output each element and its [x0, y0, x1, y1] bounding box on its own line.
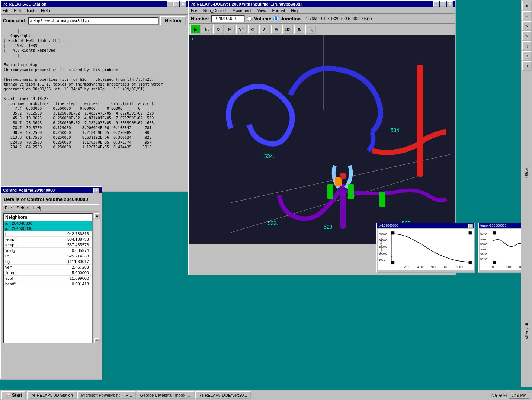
- station-menu-help[interactable]: Help: [41, 8, 50, 13]
- data-value: 0.001418: [31, 282, 90, 286]
- graph1-svg: 2500 0 2000 0 1500 0 1000 0 500 0 0 20.0…: [378, 229, 474, 270]
- svg-text:80.0: 80.0: [444, 265, 449, 269]
- console-text: | Copyright | | Bechtel BwXT Idaho, LLC …: [4, 29, 185, 150]
- data-row: uf525.714233: [4, 253, 92, 259]
- data-value: 5.000000: [31, 271, 90, 275]
- svg-rect-7: [348, 184, 354, 199]
- cv-menu-help[interactable]: Help: [33, 205, 43, 211]
- station-menu-file[interactable]: File: [2, 8, 9, 13]
- data-row: tempg537.465576: [4, 242, 92, 248]
- office-btn-1[interactable]: ■: [522, 1, 532, 10]
- station-menu-edit[interactable]: Edit: [14, 8, 22, 13]
- doe-titlebar: 7é RELAP5-DOE/Ver:2000 with input file: …: [189, 1, 455, 7]
- data-value: 537.465576: [31, 243, 90, 247]
- scrollbar-up[interactable]: ▲: [94, 213, 100, 218]
- junction-radio[interactable]: [273, 16, 278, 21]
- data-row: ug1111.80017: [4, 259, 92, 265]
- cv-title: Control Volume 204040000: [3, 188, 55, 192]
- doe-minimize-btn[interactable]: _: [433, 1, 439, 7]
- graph2-title: tempf-108060000: [480, 224, 507, 228]
- toolbar-btn-cross[interactable]: ✗: [259, 25, 270, 34]
- station-maximize-btn[interactable]: □: [173, 1, 179, 7]
- number-input[interactable]: [211, 15, 245, 22]
- office-btn-6[interactable]: R: [522, 51, 532, 61]
- viewport: time: 8.700000E+01 s paused: [189, 35, 455, 244]
- scrollbar-down[interactable]: ▼: [94, 338, 100, 343]
- doe-menu-runcontrol[interactable]: Run_Control: [203, 8, 227, 13]
- office-btn-5[interactable]: Q: [522, 41, 532, 51]
- neighbor-row-2[interactable]: jun 204030000: [4, 226, 92, 231]
- svg-text:534.: 534.: [391, 127, 401, 133]
- graph1-close-btn[interactable]: ✕: [468, 224, 473, 228]
- sys-icons: N⊕ ⊙ ◎: [491, 393, 507, 398]
- svg-text:40.0: 40.0: [417, 265, 423, 269]
- svg-rect-54: [493, 231, 496, 234]
- cv-titlebar: Control Volume 204040000 ✕: [1, 187, 102, 193]
- toolbar-btn-rotate[interactable]: ↺: [213, 25, 224, 34]
- toolbar-btn-settings[interactable]: ⊗: [248, 25, 258, 34]
- station-minimize-btn[interactable]: _: [167, 1, 173, 7]
- command-input[interactable]: [28, 17, 159, 25]
- station-titlebar: 7é RELAP5-3D Station _ □ ✕: [1, 1, 188, 7]
- station-menu-tools[interactable]: Tools: [26, 8, 36, 13]
- neighbor-row-1[interactable]: jun 204040000: [4, 221, 92, 226]
- graph1-content: 2500 0 2000 0 1500 0 1000 0 500 0 0 20.0…: [378, 229, 474, 270]
- doe-menu-movement[interactable]: Movement: [233, 8, 251, 13]
- doe-title-buttons: _ □ ✕: [433, 1, 453, 7]
- office-btn-3[interactable]: W: [522, 21, 532, 31]
- data-key: velf: [5, 265, 31, 269]
- taskbar-item-doe[interactable]: 7é RELAP5-DOE/Ver:20...: [195, 391, 251, 399]
- volume-radio[interactable]: [247, 16, 252, 21]
- toolbar-btn-go[interactable]: ▶: [190, 25, 201, 34]
- svg-text:542 0: 542 0: [480, 233, 487, 236]
- data-row: p942.736816: [4, 231, 92, 237]
- toolbar-btn-trip[interactable]: Trp: [202, 25, 212, 34]
- console-output: | Copyright | | Bechtel BwXT Idaho, LLC …: [1, 27, 188, 163]
- taskbar-item-ppt[interactable]: Microsoft PowerPoint - [IR...: [77, 391, 136, 399]
- office-btn-2[interactable]: □: [522, 11, 532, 20]
- taskbar-clock: 3:49 PM: [509, 392, 529, 399]
- history-button[interactable]: History: [160, 16, 186, 25]
- data-row: tempf534.138733: [4, 237, 92, 242]
- ms-sidebar: Microsoft: [521, 275, 532, 387]
- doe-menu-format[interactable]: Format: [272, 8, 285, 13]
- data-value: 2.467283: [31, 265, 90, 269]
- volume-label: Volume: [254, 16, 271, 22]
- cv-menu-file[interactable]: File: [5, 205, 12, 211]
- taskbar-item-inbox[interactable]: George L Mesina - Inbox -...: [137, 391, 195, 399]
- data-row: floreg5.000000: [4, 270, 92, 276]
- svg-text:529.: 529.: [324, 224, 334, 230]
- toolbar-btn-grid[interactable]: ⊞: [225, 25, 235, 34]
- data-row: betaff0.001418: [4, 281, 92, 287]
- station-close-btn[interactable]: ✕: [180, 1, 186, 7]
- svg-text:0: 0: [492, 265, 494, 269]
- doe-close-btn[interactable]: ✕: [447, 1, 453, 7]
- toolbar-btn-v[interactable]: V?: [236, 25, 247, 34]
- office-btn-7[interactable]: B: [522, 61, 532, 71]
- cv-menu-select[interactable]: Select: [16, 205, 29, 211]
- data-row: velf2.467283: [4, 265, 92, 270]
- data-value: 525.714233: [31, 254, 90, 258]
- cv-title-buttons: ✕: [93, 188, 99, 193]
- toolbar-btn-zoom[interactable]: 🔍: [305, 25, 316, 34]
- svg-text:532 0: 532 0: [480, 257, 487, 261]
- svg-text:533.: 533.: [268, 220, 278, 226]
- svg-rect-38: [469, 261, 472, 264]
- toolbar-btn-3d[interactable]: 3DI: [282, 25, 293, 34]
- start-button[interactable]: 🪟 Start: [1, 391, 26, 399]
- taskbar-item-station[interactable]: 7é RELAP5-3D Station: [27, 391, 77, 399]
- doe-menu-help[interactable]: Help: [291, 8, 299, 13]
- toolbar-btn-text[interactable]: A: [294, 25, 304, 34]
- svg-rect-8: [379, 192, 385, 207]
- doe-maximize-btn[interactable]: □: [440, 1, 446, 7]
- coordinates: 1.765E+01 7.132E+00 5.000E-05(ft): [306, 16, 372, 21]
- toolbar-btn-target[interactable]: ⊕: [271, 25, 281, 34]
- doe-menu-file[interactable]: File: [191, 8, 198, 13]
- data-row: avol11.099000: [4, 276, 92, 281]
- taskbar-right: N⊕ ⊙ ◎ 3:49 PM: [491, 392, 532, 399]
- doe-menubar: File Run_Control Movement View Format He…: [189, 7, 455, 14]
- office-btn-4[interactable]: X: [522, 31, 532, 41]
- cv-data-table: Neighbors jun 204040000 jun 204030000 p9…: [3, 213, 93, 343]
- doe-menu-view[interactable]: View: [257, 8, 266, 13]
- cv-close-btn[interactable]: ✕: [93, 188, 99, 193]
